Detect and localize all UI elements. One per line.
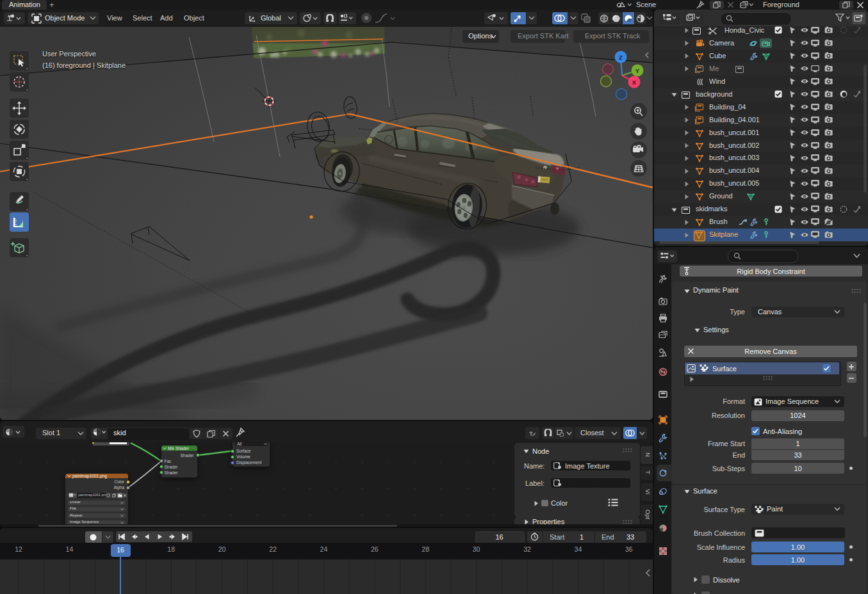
svg-text:X: X	[632, 79, 637, 86]
svg-text:Y: Y	[635, 67, 640, 74]
svg-text:Z: Z	[619, 54, 623, 61]
